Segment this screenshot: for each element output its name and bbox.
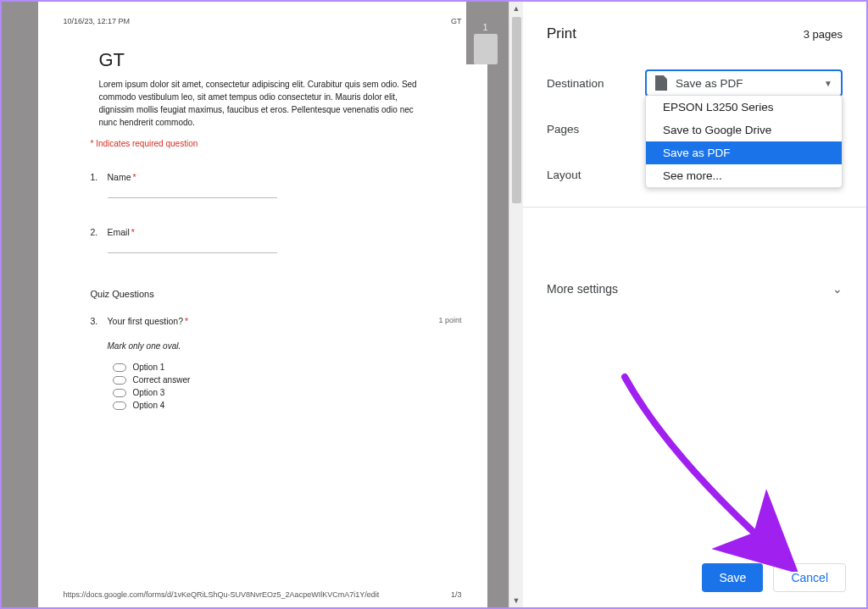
save-button[interactable]: Save xyxy=(702,563,763,592)
section-heading: Quiz Questions xyxy=(91,289,462,299)
question-row: 3. Your first question? * 1 point xyxy=(91,316,462,326)
page-thumbnail[interactable] xyxy=(474,34,498,64)
required-indicator: * Indicates required question xyxy=(91,139,462,148)
page-thumb-number: 1 xyxy=(476,8,494,34)
footer-page-number: 1/3 xyxy=(451,590,462,599)
chevron-down-icon: ▼ xyxy=(824,79,832,88)
question-label: Email xyxy=(108,227,130,237)
more-settings-toggle[interactable]: More settings ⌄ xyxy=(523,263,866,314)
oval-icon xyxy=(113,389,126,397)
answer-line xyxy=(108,197,277,198)
option-label: Option 3 xyxy=(133,388,165,397)
cancel-button[interactable]: Cancel xyxy=(773,563,846,592)
page-count: 3 pages xyxy=(804,28,843,41)
required-asterisk: * xyxy=(131,227,135,237)
question-points: 1 point xyxy=(438,316,461,324)
answer-line xyxy=(108,252,277,253)
question-row: 1. Name * xyxy=(91,172,462,182)
oval-icon xyxy=(113,376,126,385)
print-preview-pane: 10/16/23, 12:17 PM GT GT Lorem ipsum dol… xyxy=(2,2,523,607)
preview-header-title: GT xyxy=(451,17,462,25)
preview-page: 10/16/23, 12:17 PM GT GT Lorem ipsum dol… xyxy=(38,2,487,607)
question-row: 2. Email * xyxy=(91,227,462,237)
form-description: Lorem ipsum dolor sit amet, consectetur … xyxy=(99,78,420,129)
preview-scrollbar[interactable]: ▲ ▼ xyxy=(509,2,523,607)
chevron-down-icon: ⌄ xyxy=(832,282,843,296)
dropdown-item-epson[interactable]: EPSON L3250 Series xyxy=(646,96,842,119)
option-label: Correct answer xyxy=(133,375,191,385)
dropdown-item-google-drive[interactable]: Save to Google Drive xyxy=(646,119,842,141)
scroll-down-arrow-icon[interactable]: ▼ xyxy=(509,594,523,607)
pdf-icon xyxy=(655,75,667,91)
option-row: Option 4 xyxy=(113,401,462,410)
question-number: 2. xyxy=(91,227,108,237)
form-title: GT xyxy=(99,49,462,71)
oval-icon xyxy=(113,401,126,410)
destination-dropdown: EPSON L3250 Series Save to Google Drive … xyxy=(645,95,843,188)
dropdown-item-save-as-pdf[interactable]: Save as PDF xyxy=(646,141,842,164)
question-label: Name xyxy=(108,172,131,182)
layout-label: Layout xyxy=(547,169,645,181)
option-label: Option 4 xyxy=(133,401,165,410)
destination-value: Save as PDF xyxy=(676,77,743,90)
question-label: Your first question? xyxy=(108,316,184,326)
option-row: Option 3 xyxy=(113,388,462,397)
option-row: Correct answer xyxy=(113,375,462,385)
panel-title: Print xyxy=(547,25,576,42)
preview-timestamp: 10/16/23, 12:17 PM xyxy=(64,17,131,25)
destination-label: Destination xyxy=(547,77,645,90)
pages-label: Pages xyxy=(547,123,645,136)
destination-select[interactable]: Save as PDF ▼ EPSON L3250 Series Save to… xyxy=(645,69,843,97)
required-asterisk: * xyxy=(185,316,188,326)
option-row: Option 1 xyxy=(113,363,462,372)
scroll-up-arrow-icon[interactable]: ▲ xyxy=(509,2,523,15)
print-settings-panel: Print 3 pages Destination Save as PDF ▼ … xyxy=(523,2,866,607)
footer-url: https://docs.google.com/forms/d/1vKeQRiL… xyxy=(64,590,380,599)
oval-icon xyxy=(113,363,126,372)
question-instruction: Mark only one oval. xyxy=(108,341,462,351)
more-settings-label: More settings xyxy=(547,282,618,296)
question-number: 1. xyxy=(91,172,108,182)
page-thumbnail-strip: 1 xyxy=(466,2,504,64)
option-label: Option 1 xyxy=(133,363,165,372)
scroll-thumb[interactable] xyxy=(512,17,521,203)
dropdown-item-see-more[interactable]: See more... xyxy=(646,164,842,187)
required-asterisk: * xyxy=(133,172,136,182)
question-number: 3. xyxy=(91,316,108,326)
divider xyxy=(523,207,866,208)
preview-scroll-area[interactable]: 10/16/23, 12:17 PM GT GT Lorem ipsum dol… xyxy=(2,2,523,607)
